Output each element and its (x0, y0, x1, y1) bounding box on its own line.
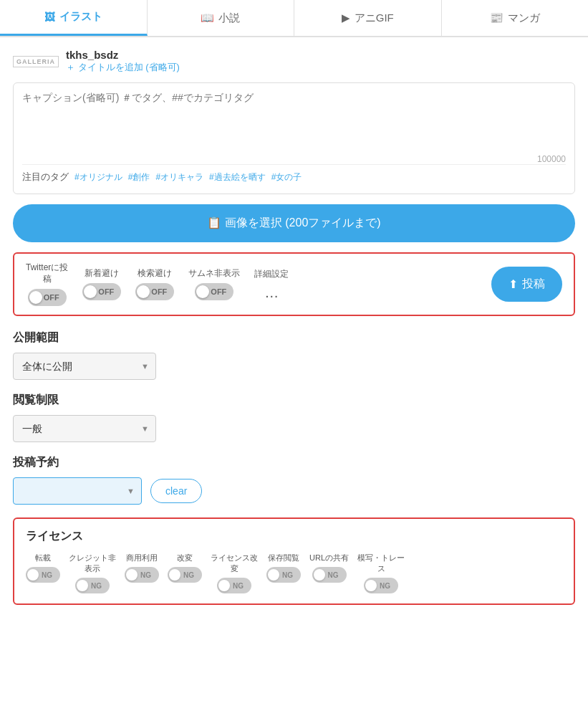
twitter-toggle[interactable]: OFF (28, 289, 67, 306)
license-url-share: URLの共有 NG (309, 553, 349, 593)
manga-icon: 📰 (490, 11, 503, 24)
submit-button[interactable]: ⬆ 投稿 (491, 267, 562, 302)
detail-dots-button[interactable]: … (264, 285, 279, 301)
select-image-button[interactable]: 📋 画像を選択 (200ファイルまで) (13, 204, 575, 242)
tab-novel[interactable]: 📖 小説 (148, 0, 295, 36)
search-avoid-label: 検索避け (138, 268, 172, 280)
license-title: ライセンス (26, 529, 562, 544)
upload-icon: ⬆ (509, 277, 518, 291)
new-arrival-label: 新着避け (85, 268, 119, 280)
viewing-restriction-title: 閲覧制限 (13, 393, 575, 408)
tag-4[interactable]: #過去絵を晒す (209, 171, 266, 183)
commercial-label: 商用利用 (126, 553, 158, 563)
trace-toggle[interactable]: NG (364, 578, 398, 593)
credit-toggle[interactable]: NG (75, 578, 110, 593)
clear-button[interactable]: clear (150, 479, 202, 503)
viewing-restriction-select-wrapper: 一般 R-15 R-18 (13, 415, 156, 442)
license-license-modify: ライセンス改変 NG (211, 553, 258, 593)
tab-illust[interactable]: 🖼 イラスト (0, 0, 148, 36)
license-trace: 模写・トレース NG (357, 553, 405, 593)
schedule-select-wrapper (13, 477, 142, 505)
anigif-icon: ▶ (342, 11, 350, 24)
save-view-toggle[interactable]: NG (266, 567, 301, 583)
illust-icon: 🖼 (44, 11, 55, 23)
trending-label: 注目のタグ (22, 171, 69, 183)
viewing-restriction-section: 閲覧制限 一般 R-15 R-18 (13, 393, 575, 442)
tab-bar: 🖼 イラスト 📖 小説 ▶ アニGIF 📰 マンガ (0, 0, 588, 37)
modify-toggle[interactable]: NG (168, 567, 202, 583)
schedule-row: clear (13, 477, 575, 505)
tag-2[interactable]: #創作 (128, 171, 150, 183)
visibility-select-wrapper: 全体に公開 非公開 (13, 353, 156, 380)
save-view-label: 保存閲覧 (268, 553, 299, 563)
username: tkhs_bsdz (66, 49, 180, 61)
url-share-label: URLの共有 (309, 553, 349, 563)
user-row: GALLERIA tkhs_bsdz ＋ タイトルを追加 (省略可) (13, 49, 575, 74)
tab-anigif[interactable]: ▶ アニGIF (294, 0, 442, 36)
settings-items: Twitterに投稿 OFF 新着避け OFF 検索避け OFF サムネ非表示 … (26, 262, 480, 306)
search-avoid-setting: 検索避け OFF (135, 268, 174, 301)
tag-1[interactable]: #オリジナル (74, 171, 122, 183)
galleria-logo: GALLERIA (13, 56, 59, 67)
license-save-view: 保存閲覧 NG (266, 553, 301, 593)
visibility-section: 公開範囲 全体に公開 非公開 (13, 330, 575, 380)
novel-icon: 📖 (201, 11, 214, 24)
tag-3[interactable]: #オリキャラ (155, 171, 203, 183)
credit-label: クレジット非表示 (69, 553, 116, 574)
license-modify-label: ライセンス改変 (211, 553, 258, 574)
commercial-toggle[interactable]: NG (125, 567, 159, 583)
new-arrival-setting: 新着避け OFF (82, 268, 121, 301)
modify-label: 改変 (177, 553, 193, 563)
schedule-select[interactable] (13, 477, 142, 505)
detail-setting: 詳細設定 … (254, 268, 289, 301)
transfer-label: 転載 (35, 553, 51, 563)
schedule-title: 投稿予約 (13, 455, 575, 470)
twitter-label: Twitterに投稿 (26, 262, 68, 285)
settings-row: Twitterに投稿 OFF 新着避け OFF 検索避け OFF サムネ非表示 … (13, 252, 575, 316)
twitter-setting: Twitterに投稿 OFF (26, 262, 68, 306)
visibility-select[interactable]: 全体に公開 非公開 (13, 353, 156, 380)
license-modify-toggle[interactable]: NG (217, 578, 251, 593)
submit-label: 投稿 (522, 277, 545, 292)
license-transfer: 転載 NG (26, 553, 60, 593)
thumbnail-hide-label: サムネ非表示 (188, 268, 240, 280)
license-credit: クレジット非表示 NG (69, 553, 116, 593)
license-section: ライセンス 転載 NG クレジット非表示 NG 商用利用 NG 改変 NG ライ… (13, 517, 575, 605)
user-info: tkhs_bsdz ＋ タイトルを追加 (省略可) (66, 49, 180, 74)
add-title-link[interactable]: ＋ タイトルを追加 (省略可) (66, 61, 180, 74)
transfer-toggle[interactable]: NG (26, 567, 60, 583)
new-arrival-toggle[interactable]: OFF (82, 283, 121, 300)
search-avoid-toggle[interactable]: OFF (135, 283, 174, 300)
tag-5[interactable]: #女の子 (271, 171, 302, 183)
thumbnail-hide-toggle[interactable]: OFF (195, 283, 233, 300)
license-commercial: 商用利用 NG (125, 553, 159, 593)
caption-area: 100000 注目のタグ #オリジナル #創作 #オリキャラ #過去絵を晒す #… (13, 82, 575, 194)
license-items: 転載 NG クレジット非表示 NG 商用利用 NG 改変 NG ライセンス改変 … (26, 553, 562, 593)
char-count: 100000 (22, 154, 566, 164)
main-content: GALLERIA tkhs_bsdz ＋ タイトルを追加 (省略可) 10000… (0, 37, 588, 624)
trending-tags-row: 注目のタグ #オリジナル #創作 #オリキャラ #過去絵を晒す #女の子 (22, 164, 566, 185)
caption-input[interactable] (22, 92, 566, 149)
thumbnail-hide-setting: サムネ非表示 OFF (188, 268, 240, 301)
detail-label: 詳細設定 (254, 268, 289, 280)
schedule-section: 投稿予約 clear (13, 455, 575, 505)
license-modify: 改変 NG (168, 553, 202, 593)
visibility-title: 公開範囲 (13, 330, 575, 345)
tab-manga[interactable]: 📰 マンガ (442, 0, 589, 36)
trace-label: 模写・トレース (357, 553, 405, 574)
viewing-restriction-select[interactable]: 一般 R-15 R-18 (13, 415, 156, 442)
url-share-toggle[interactable]: NG (312, 567, 347, 583)
